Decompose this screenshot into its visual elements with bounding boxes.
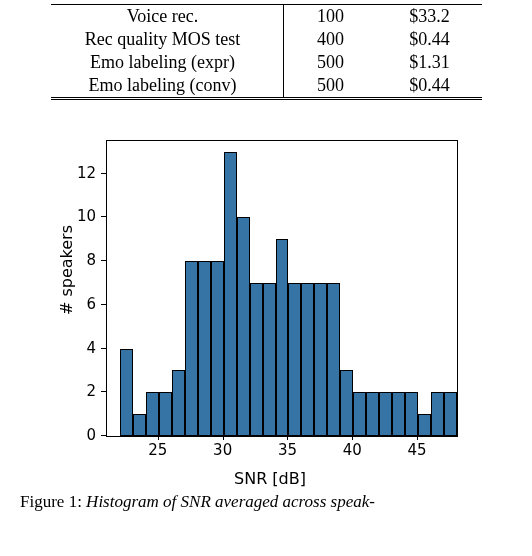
figure-number: Figure 1: [20,492,86,511]
y-tick-mark [101,173,106,174]
y-tick-label: 0 [66,426,96,444]
row-value-1: 500 [283,51,378,74]
histogram-bar [327,283,340,436]
histogram-bar [340,370,353,436]
x-tick-label: 30 [213,441,232,459]
histogram-bar [250,283,263,436]
y-tick-mark [101,260,106,261]
histogram-bar [172,370,185,436]
histogram-bar [146,392,159,436]
histogram-bar [237,217,250,436]
histogram-bar [198,261,211,436]
x-tick-mark [223,435,224,440]
x-tick-label: 35 [278,441,297,459]
histogram-bar [392,392,405,436]
y-tick-mark [101,216,106,217]
row-value-2: $1.31 [378,51,482,74]
histogram-bar [276,239,289,436]
row-value-1: 500 [283,74,378,99]
table-row: Voice rec.100$33.2 [51,5,482,29]
row-label: Emo labeling (expr) [51,51,284,74]
x-tick-mark [287,435,288,440]
histogram-bar [288,283,301,436]
histogram-bar [314,283,327,436]
histogram-bar [353,392,366,436]
row-value-1: 100 [283,5,378,29]
row-value-1: 400 [283,28,378,51]
chart-plot-area [106,140,458,437]
figure-caption: Figure 1: Histogram of SNR averaged acro… [20,492,532,512]
x-tick-mark [417,435,418,440]
table-row: Rec quality MOS test400$0.44 [51,28,482,51]
histogram-bar [444,392,457,436]
x-tick-label: 25 [148,441,167,459]
table-row: Emo labeling (conv)500$0.44 [51,74,482,99]
histogram-bar [185,261,198,436]
y-tick-mark [101,348,106,349]
caption-text: Histogram of SNR averaged across speak- [86,492,375,511]
histogram-chart: # speakers 024681012 2530354045 SNR [dB] [50,130,490,490]
x-tick-label: 40 [343,441,362,459]
y-tick-mark [101,391,106,392]
histogram-bar [133,414,146,436]
histogram-bar [211,261,224,436]
y-tick-mark [101,304,106,305]
row-value-2: $0.44 [378,28,482,51]
y-tick-label: 8 [66,251,96,269]
x-axis-label: SNR [dB] [234,469,306,488]
histogram-bar [379,392,392,436]
histogram-bar [405,392,418,436]
histogram-bar [418,414,431,436]
histogram-bar [431,392,444,436]
histogram-bar [224,152,237,436]
data-table: Voice rec.100$33.2Rec quality MOS test40… [51,4,482,100]
histogram-bar [120,349,133,436]
histogram-bar [301,283,314,436]
row-label: Emo labeling (conv) [51,74,284,99]
histogram-bar [263,283,276,436]
table-row: Emo labeling (expr)500$1.31 [51,51,482,74]
x-tick-mark [352,435,353,440]
y-tick-label: 6 [66,295,96,313]
x-tick-label: 45 [408,441,427,459]
row-value-2: $0.44 [378,74,482,99]
y-tick-label: 2 [66,382,96,400]
histogram-bar [159,392,172,436]
histogram-bar [366,392,379,436]
x-tick-mark [158,435,159,440]
row-label: Rec quality MOS test [51,28,284,51]
y-tick-label: 4 [66,339,96,357]
y-tick-label: 10 [66,207,96,225]
y-tick-mark [101,435,106,436]
row-label: Voice rec. [51,5,284,29]
row-value-2: $33.2 [378,5,482,29]
y-tick-label: 12 [66,164,96,182]
